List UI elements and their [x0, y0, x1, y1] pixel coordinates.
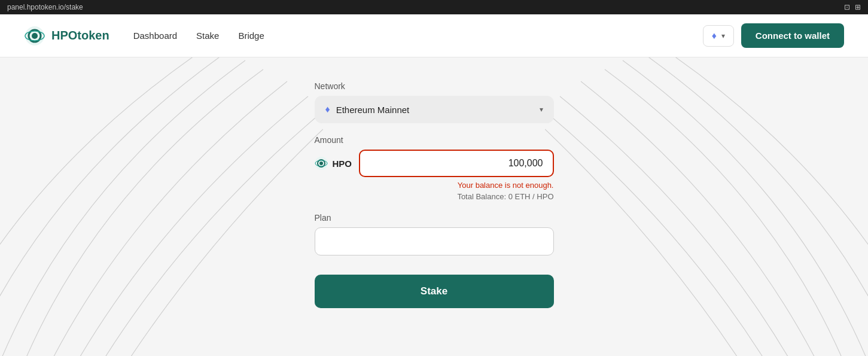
svg-point-3 [32, 33, 38, 39]
amount-label: Amount [315, 135, 554, 145]
main-content: Network ♦ Ethereum Mainnet ▾ Amount [0, 57, 868, 356]
browser-icon-2: ⊞ [855, 3, 861, 11]
logo-text: HPOtoken [51, 29, 109, 42]
nav-link-dashboard[interactable]: Dashboard [133, 31, 177, 41]
plan-field-group: Plan [315, 213, 554, 255]
stake-button[interactable]: Stake [315, 275, 554, 308]
balance-text: Total Balance: 0 ETH / HPO [315, 192, 554, 201]
amount-field-group: Amount HPO Your balance is not enough. T… [315, 135, 554, 201]
hpo-mini-icon [315, 157, 328, 170]
network-value: Ethereum Mainnet [336, 105, 410, 115]
network-field-group: Network ♦ Ethereum Mainnet ▾ [315, 81, 554, 123]
amount-token-badge: HPO [315, 157, 360, 170]
network-dropdown[interactable]: ♦ Ethereum Mainnet ▾ [315, 96, 554, 123]
error-message: Your balance is not enough. [315, 181, 554, 190]
navbar: HPOtoken Dashboard Stake Bridge ♦ ▾ Conn… [0, 14, 868, 57]
browser-url: panel.hpotoken.io/stake [7, 3, 83, 11]
browser-icons: ⊡ ⊞ [844, 3, 861, 11]
bg-arcs-left [0, 57, 323, 356]
svg-point-7 [319, 162, 323, 165]
nav-link-bridge[interactable]: Bridge [238, 31, 264, 41]
nav-link-stake[interactable]: Stake [196, 31, 219, 41]
amount-row: HPO [315, 150, 554, 177]
logo-icon [24, 25, 45, 47]
nav-links: Dashboard Stake Bridge [133, 31, 264, 41]
amount-input[interactable] [359, 150, 553, 177]
eth-diamond-icon: ♦ [712, 31, 717, 41]
nav-left: HPOtoken Dashboard Stake Bridge [24, 25, 264, 47]
logo: HPOtoken [24, 25, 109, 47]
amount-token-label: HPO [333, 159, 352, 169]
chevron-down-icon: ▾ [721, 32, 725, 40]
network-dropdown-left: ♦ Ethereum Mainnet [325, 104, 410, 115]
connect-wallet-button[interactable]: Connect to wallet [741, 23, 844, 48]
browser-bar: panel.hpotoken.io/stake ⊡ ⊞ [0, 0, 868, 14]
nav-right: ♦ ▾ Connect to wallet [703, 23, 844, 48]
bg-arcs-right [545, 57, 868, 356]
plan-label: Plan [315, 213, 554, 223]
eth-diamond-network-icon: ♦ [325, 104, 330, 115]
browser-icon-1: ⊡ [844, 3, 850, 11]
form-panel: Network ♦ Ethereum Mainnet ▾ Amount [315, 81, 554, 308]
network-chevron-icon: ▾ [540, 105, 543, 114]
network-selector-nav[interactable]: ♦ ▾ [703, 25, 734, 47]
network-label: Network [315, 81, 554, 91]
plan-input[interactable] [315, 227, 554, 255]
